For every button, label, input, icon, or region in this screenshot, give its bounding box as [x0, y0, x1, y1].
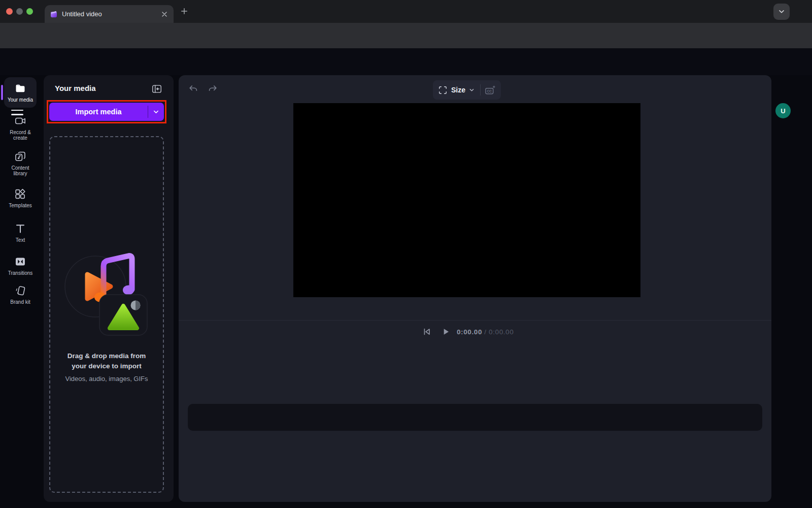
- time-current: 0:00.00: [457, 328, 482, 336]
- close-tab-icon[interactable]: [160, 10, 168, 18]
- media-dropzone[interactable]: Drag & drop media from your device to im…: [49, 136, 164, 493]
- tab-search-button[interactable]: [773, 4, 790, 20]
- toolbar-separator: [480, 84, 481, 96]
- sidebar-item-label: Brand kit: [10, 299, 30, 305]
- chevron-down-icon: [778, 8, 785, 15]
- transitions-icon: [14, 256, 26, 268]
- video-camera-icon: [14, 115, 26, 127]
- dropzone-title-line2: your device to import: [50, 361, 163, 371]
- folder-icon: [14, 82, 26, 94]
- user-initial: U: [781, 107, 785, 115]
- app-header: Clipchamp Untitled video Upgrade Export: [0, 48, 812, 75]
- play-icon[interactable]: [441, 327, 451, 337]
- size-dropdown[interactable]: Size: [451, 86, 465, 94]
- active-nav-indicator: [1, 85, 3, 100]
- sidebar-item-label: Content library: [4, 165, 37, 176]
- time-total: 0:00.00: [489, 328, 514, 336]
- brand-kit-icon: [14, 284, 26, 297]
- sidebar-item-label: Your media: [8, 97, 33, 103]
- dropzone-subtitle: Videos, audio, images, GIFs: [50, 375, 163, 383]
- collapse-panel-icon[interactable]: [151, 83, 162, 94]
- sidebar-item-content-library[interactable]: Content library: [0, 150, 41, 176]
- sidebar-item-text[interactable]: Text: [0, 223, 41, 243]
- sidebar-item-label: Templates: [9, 203, 32, 208]
- stock-media-icon: [14, 150, 26, 163]
- captions-cc-icon[interactable]: CC: [484, 85, 496, 96]
- tab-title: Untitled video: [62, 10, 156, 18]
- your-media-panel: Your media Import media: [44, 75, 174, 502]
- video-preview-canvas: [293, 103, 640, 297]
- canvas-toolbar: Size CC: [433, 80, 501, 100]
- clipchamp-favicon: [50, 10, 58, 18]
- playback-time: 0:00.00 / 0:00.00: [457, 328, 514, 336]
- sidebar-item-record-create[interactable]: Record & create: [0, 115, 41, 141]
- close-window-button[interactable]: [6, 8, 13, 15]
- browser-tabstrip: Untitled video: [0, 0, 812, 23]
- time-separator: /: [484, 328, 486, 336]
- user-avatar[interactable]: U: [775, 103, 791, 118]
- controls-divider: [179, 320, 771, 321]
- templates-grid-icon: [14, 188, 26, 200]
- zoom-window-button[interactable]: [26, 8, 33, 15]
- sidebar-item-your-media[interactable]: Your media: [4, 77, 37, 108]
- svg-text:CC: CC: [487, 89, 492, 92]
- sidebar-item-brand-kit[interactable]: Brand kit: [0, 284, 41, 305]
- editor-panel: Size CC 0:00.00 / 0:00.00: [179, 75, 771, 502]
- dropzone-title: Drag & drop media from your device to im…: [50, 351, 163, 371]
- sidebar-item-templates[interactable]: Templates: [0, 188, 41, 208]
- media-types-illustration: [64, 238, 149, 337]
- sidebar-item-label: Transitions: [8, 270, 33, 276]
- annotation-highlight-box: [47, 100, 166, 123]
- text-icon: [14, 223, 26, 235]
- sidebar-item-label: Record & create: [4, 130, 37, 141]
- minimize-window-button[interactable]: [16, 8, 23, 15]
- browser-tab[interactable]: Untitled video: [45, 5, 174, 23]
- dropzone-title-line1: Drag & drop media from: [50, 351, 163, 361]
- resize-frame-icon: [438, 85, 448, 95]
- new-tab-button[interactable]: [180, 7, 189, 16]
- screen: Untitled video app.clipchamp.com/editor/…: [0, 0, 812, 508]
- redo-icon[interactable]: [207, 84, 218, 95]
- sidebar-item-transitions[interactable]: Transitions: [0, 256, 41, 276]
- timeline-empty-track[interactable]: [188, 404, 762, 431]
- skip-to-start-icon[interactable]: [421, 326, 432, 337]
- panel-title: Your media: [55, 84, 96, 92]
- undo-icon[interactable]: [188, 84, 199, 95]
- sidebar-item-label: Text: [16, 237, 25, 243]
- chevron-down-icon[interactable]: [469, 87, 475, 93]
- browser-toolbar: app.clipchamp.com/editor/008f9df1-2d43-4…: [0, 23, 812, 48]
